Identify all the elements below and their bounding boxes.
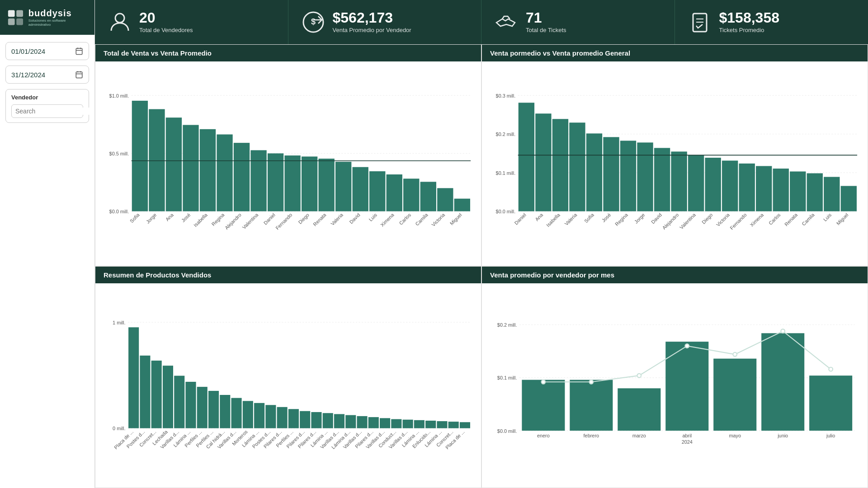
svg-text:Camila: Camila	[414, 212, 429, 227]
svg-text:Alejandro: Alejandro	[224, 212, 242, 230]
svg-rect-167	[391, 419, 401, 428]
svg-text:Ximena: Ximena	[749, 212, 765, 228]
kpi-icon-2	[494, 10, 519, 34]
svg-rect-135	[208, 391, 219, 428]
svg-text:$0.3 mill.: $0.3 mill.	[496, 93, 516, 99]
svg-text:febrero: febrero	[584, 433, 599, 438]
svg-rect-169	[403, 420, 413, 428]
svg-rect-137	[220, 395, 230, 428]
date-start-field[interactable]: 01/01/2024	[5, 42, 89, 60]
svg-rect-45	[284, 155, 300, 211]
svg-rect-141	[243, 401, 253, 428]
svg-rect-177	[448, 422, 459, 428]
date-end-field[interactable]: 31/12/2024	[5, 66, 89, 84]
kpi-label-1: Venta Promedio por Vendedor	[333, 27, 411, 34]
svg-text:$0.5 mill.: $0.5 mill.	[109, 151, 129, 156]
svg-rect-4	[76, 48, 82, 55]
svg-rect-200	[809, 375, 852, 431]
svg-text:Jorge: Jorge	[633, 212, 646, 225]
svg-text:Miguel: Miguel	[835, 212, 849, 226]
svg-rect-143	[254, 403, 264, 428]
svg-rect-90	[637, 142, 653, 211]
svg-rect-84	[586, 133, 602, 211]
svg-rect-39	[234, 143, 250, 211]
svg-text:$0.0 mill.: $0.0 mill.	[109, 209, 129, 214]
svg-rect-161	[357, 416, 367, 428]
svg-rect-133	[197, 387, 208, 428]
svg-point-202	[542, 380, 546, 384]
kpi-value-2: 71	[526, 10, 566, 26]
svg-text:José: José	[180, 212, 192, 223]
svg-text:Regina: Regina	[211, 212, 226, 227]
vendedor-search-row	[11, 104, 83, 118]
date-end-value: 31/12/2024	[11, 71, 45, 79]
kpi-value-3: $158,358	[719, 10, 779, 26]
svg-rect-29	[149, 109, 165, 211]
svg-point-207	[781, 329, 785, 333]
svg-text:0 mill.: 0 mill.	[113, 426, 125, 431]
svg-text:abril: abril	[682, 433, 692, 438]
svg-rect-47	[302, 157, 317, 211]
svg-text:Sofia: Sofia	[583, 212, 595, 224]
svg-rect-65	[454, 199, 470, 211]
svg-text:2024: 2024	[682, 439, 693, 445]
svg-rect-171	[414, 420, 425, 428]
svg-rect-125	[151, 361, 162, 428]
chart2-title: Venta pormedio vs Venta promedio General	[482, 45, 868, 61]
svg-point-206	[733, 352, 737, 357]
vendedor-search-input[interactable]	[15, 108, 94, 115]
svg-rect-173	[425, 421, 436, 428]
vendedor-label: Vendedor	[11, 94, 83, 101]
svg-rect-129	[174, 376, 184, 428]
svg-rect-175	[437, 421, 447, 428]
svg-rect-191	[618, 388, 660, 431]
svg-rect-104	[756, 166, 772, 211]
svg-rect-131	[185, 382, 196, 428]
svg-rect-147	[277, 407, 288, 428]
chart3-body: 0 mill.1 mill.Placa de ...Postes d...Con…	[95, 283, 481, 488]
filter-section: 01/01/2024 31/12/2024 Vendedor	[0, 35, 94, 130]
svg-text:David: David	[348, 212, 361, 225]
svg-rect-187	[522, 380, 565, 431]
buddysis-logo-icon	[7, 9, 24, 26]
svg-rect-163	[368, 417, 379, 428]
svg-rect-53	[353, 167, 368, 211]
logo-sub: Soluciones en software administrativo	[28, 19, 87, 27]
svg-text:Isabella: Isabella	[193, 212, 209, 228]
chart-venta-pormedio: Venta pormedio vs Venta promedio General…	[481, 44, 868, 266]
vendedor-section: Vendedor	[5, 89, 89, 123]
svg-rect-51	[335, 162, 351, 211]
svg-text:Valentina: Valentina	[679, 212, 697, 230]
svg-rect-108	[790, 172, 806, 211]
svg-point-204	[637, 374, 641, 378]
svg-rect-92	[654, 148, 670, 211]
svg-text:Regina: Regina	[614, 212, 629, 227]
logo-name: buddysis	[28, 8, 87, 19]
svg-rect-94	[671, 152, 687, 211]
svg-text:$0.2 mill.: $0.2 mill.	[496, 131, 516, 137]
svg-text:Fernando: Fernando	[729, 212, 747, 230]
svg-point-205	[685, 344, 689, 348]
svg-rect-123	[140, 356, 150, 428]
svg-text:$1.0 mill.: $1.0 mill.	[109, 93, 129, 99]
svg-rect-198	[761, 333, 804, 431]
svg-text:$: $	[311, 17, 315, 26]
svg-rect-196	[713, 359, 756, 431]
svg-rect-3	[16, 18, 23, 25]
kpi-label-0: Total de Vendedores	[139, 27, 193, 34]
svg-rect-33	[183, 125, 198, 211]
svg-rect-114	[841, 186, 857, 211]
svg-text:Carlos: Carlos	[398, 212, 412, 226]
kpi-label-3: Tickets Promedio	[719, 27, 779, 34]
svg-text:Luis: Luis	[822, 212, 833, 222]
kpi-icon-1: $	[301, 10, 326, 34]
svg-rect-59	[403, 178, 419, 211]
svg-rect-49	[318, 159, 334, 211]
svg-rect-2	[8, 18, 15, 25]
chart4-svg: $0.0 mill.$0.1 mill.$0.2 mill.enerofebre…	[487, 287, 862, 486]
svg-rect-88	[620, 141, 636, 211]
svg-rect-63	[437, 188, 453, 211]
calendar-icon-end	[75, 70, 83, 79]
svg-rect-41	[250, 150, 266, 211]
svg-rect-8	[76, 72, 82, 78]
